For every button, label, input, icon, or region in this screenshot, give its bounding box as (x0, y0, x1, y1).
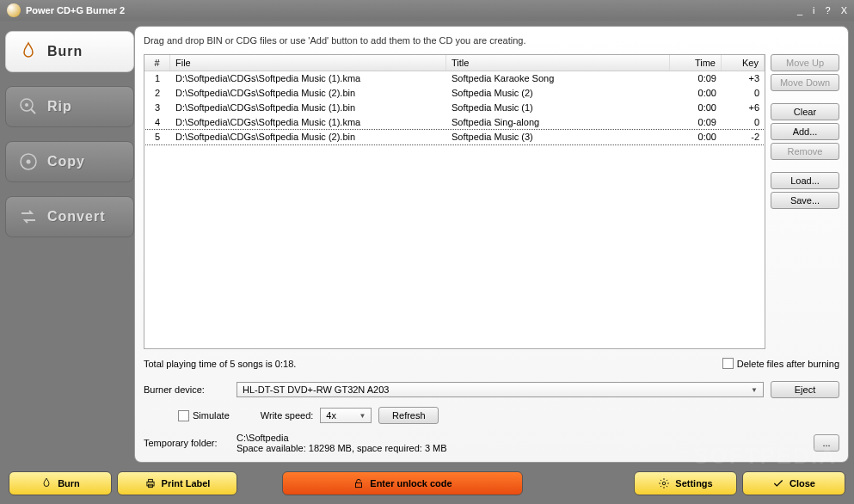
add-button[interactable]: Add... (771, 123, 839, 140)
flame-icon (40, 477, 52, 489)
delete-after-label: Delete files after burning (737, 359, 839, 369)
table-row[interactable]: 1D:\Softpedia\CDGs\Softpedia Music (1).k… (144, 71, 765, 86)
table-row[interactable]: 2D:\Softpedia\CDGs\Softpedia Music (2).b… (144, 86, 765, 101)
tab-convert[interactable]: Convert (5, 196, 134, 237)
cell-file: D:\Softpedia\CDGs\Softpedia Music (1).km… (170, 115, 446, 129)
cell-num: 4 (144, 115, 170, 129)
move-up-button[interactable]: Move Up (771, 54, 839, 71)
chevron-down-icon: ▼ (359, 412, 366, 420)
col-key[interactable]: Key (722, 55, 765, 71)
bottom-bar: Burn Print Label Enter unlock code Setti… (0, 468, 854, 499)
tab-copy[interactable]: Copy (5, 141, 134, 182)
checkbox-box[interactable] (178, 410, 189, 421)
cell-num: 3 (144, 101, 170, 114)
print-label-button-label: Print Label (162, 478, 211, 489)
write-speed-value: 4x (326, 410, 336, 421)
load-button[interactable]: Load... (771, 172, 839, 189)
svg-point-9 (663, 482, 667, 485)
cell-title: Softpedia Karaoke Song (446, 71, 670, 85)
svg-rect-5 (146, 482, 153, 486)
cell-file: D:\Softpedia\CDGs\Softpedia Music (1).km… (170, 71, 446, 85)
svg-rect-6 (148, 479, 152, 482)
close-button[interactable]: X (841, 5, 847, 15)
table-row[interactable]: 5D:\Softpedia\CDGs\Softpedia Music (2).b… (144, 130, 765, 144)
help-button[interactable]: ? (826, 5, 831, 15)
cell-file: D:\Softpedia\CDGs\Softpedia Music (1).bi… (170, 101, 446, 114)
col-title[interactable]: Title (446, 55, 670, 71)
refresh-button[interactable]: Refresh (378, 407, 439, 424)
eject-button[interactable]: Eject (771, 381, 839, 398)
close-app-button[interactable]: Close (742, 471, 845, 495)
checkbox-box[interactable] (722, 358, 734, 369)
burner-device-label: Burner device: (144, 384, 230, 395)
burn-button-label: Burn (58, 478, 80, 489)
cell-time: 0:00 (670, 101, 722, 114)
cell-key: +3 (722, 71, 765, 85)
space-text: Space available: 18298 MB, space require… (237, 443, 807, 453)
cell-file: D:\Softpedia\CDGs\Softpedia Music (2).bi… (170, 86, 446, 100)
file-table[interactable]: # File Title Time Key 1D:\Softpedia\CDGs… (144, 54, 765, 349)
browse-button[interactable]: ... (814, 434, 839, 452)
simulate-checkbox[interactable]: Simulate (178, 410, 230, 421)
tab-rip[interactable]: Rip (5, 86, 134, 127)
col-time[interactable]: Time (670, 55, 722, 71)
settings-button[interactable]: Settings (634, 471, 737, 495)
side-buttons: Move Up Move Down Clear Add... Remove Lo… (771, 54, 839, 349)
svg-line-2 (31, 109, 35, 114)
temp-folder-value: C:\Softpedia (237, 433, 807, 443)
move-down-button[interactable]: Move Down (771, 74, 839, 91)
cell-time: 0:00 (670, 130, 722, 144)
cell-key: +6 (722, 101, 765, 114)
cell-key: -2 (722, 130, 765, 144)
info-button[interactable]: i (813, 5, 814, 15)
cell-key: 0 (722, 86, 765, 100)
cell-num: 2 (144, 86, 170, 100)
disc-search-icon (18, 96, 39, 117)
app-title: Power CD+G Burner 2 (26, 5, 797, 15)
col-file[interactable]: File (170, 55, 446, 71)
cell-key: 0 (722, 115, 765, 129)
delete-after-checkbox[interactable]: Delete files after burning (722, 358, 839, 369)
svg-rect-8 (356, 482, 362, 487)
save-button[interactable]: Save... (771, 192, 839, 209)
printer-icon (144, 477, 157, 489)
burn-button[interactable]: Burn (9, 471, 112, 495)
flame-icon (18, 41, 39, 62)
cell-time: 0:00 (670, 86, 722, 100)
chevron-down-icon: ▼ (751, 386, 758, 394)
clear-button[interactable]: Clear (771, 103, 839, 120)
remove-button[interactable]: Remove (771, 143, 839, 160)
write-speed-label: Write speed: (261, 410, 314, 421)
cell-title: Softpedia Music (3) (446, 130, 670, 144)
print-label-button[interactable]: Print Label (117, 471, 237, 495)
write-speed-select[interactable]: 4x ▼ (320, 408, 372, 423)
burner-device-value: HL-DT-ST DVD+-RW GT32N A203 (243, 384, 389, 395)
tab-copy-label: Copy (47, 154, 85, 169)
titlebar: Power CD+G Burner 2 _ i ? X (0, 0, 854, 21)
burner-device-select[interactable]: HL-DT-ST DVD+-RW GT32N A203 ▼ (237, 382, 764, 397)
tab-convert-label: Convert (47, 209, 105, 224)
instruction-text: Drag and drop BIN or CDG files or use 'A… (144, 35, 839, 46)
cell-num: 5 (144, 130, 170, 144)
cell-time: 0:09 (670, 115, 722, 129)
lock-icon (353, 477, 365, 489)
table-row[interactable]: 3D:\Softpedia\CDGs\Softpedia Music (1).b… (144, 101, 765, 115)
cell-file: D:\Softpedia\CDGs\Softpedia Music (2).bi… (170, 130, 446, 144)
convert-icon (18, 206, 39, 227)
disc-icon (18, 151, 39, 172)
table-header: # File Title Time Key (144, 55, 765, 71)
unlock-button[interactable]: Enter unlock code (282, 471, 523, 495)
table-row[interactable]: 4D:\Softpedia\CDGs\Softpedia Music (1).k… (144, 115, 765, 130)
burn-panel: Drag and drop BIN or CDG files or use 'A… (134, 26, 849, 463)
tab-burn[interactable]: Burn (5, 31, 134, 72)
app-icon (7, 3, 21, 17)
minimize-button[interactable]: _ (797, 5, 802, 15)
check-icon (772, 477, 784, 489)
gear-icon (658, 477, 670, 489)
simulate-label: Simulate (193, 410, 230, 421)
svg-point-1 (25, 103, 28, 107)
col-num[interactable]: # (144, 55, 170, 71)
cell-title: Softpedia Sing-along (446, 115, 670, 129)
unlock-button-label: Enter unlock code (370, 478, 452, 489)
cell-num: 1 (144, 71, 170, 85)
